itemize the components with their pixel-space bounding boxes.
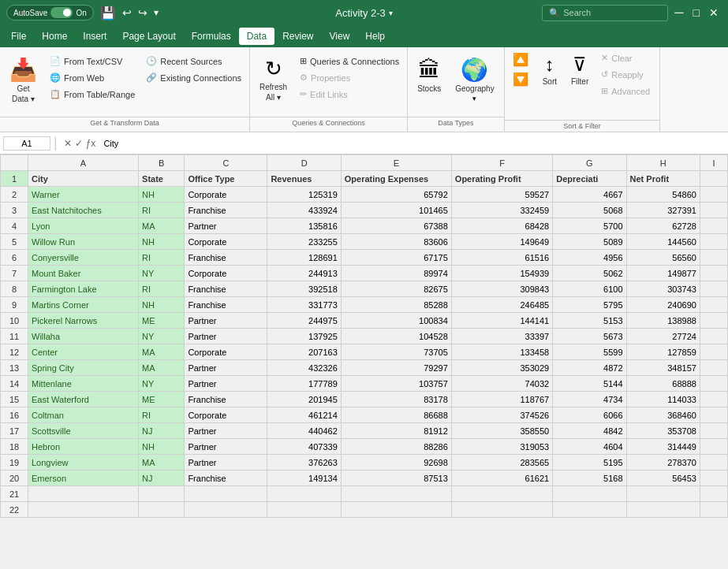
cell-r20c7[interactable]: 56453 (626, 470, 700, 486)
empty-cell-r21c3[interactable] (267, 486, 341, 502)
empty-cell-r22c7[interactable] (626, 502, 700, 518)
cell-r14c1[interactable]: NY (139, 376, 185, 392)
col-header-h[interactable]: H (626, 155, 700, 171)
cell-r7c3[interactable]: 244913 (267, 266, 341, 281)
formula-input[interactable] (102, 137, 725, 150)
cell-i-11[interactable] (700, 329, 727, 344)
cell-r15c1[interactable]: ME (139, 392, 185, 407)
cell-i-19[interactable] (700, 455, 727, 470)
empty-cell-r21c7[interactable] (626, 486, 700, 502)
cell-r19c6[interactable]: 5195 (553, 455, 626, 470)
cell-r5c3[interactable]: 233255 (267, 234, 341, 250)
cell-r16c1[interactable]: RI (139, 407, 185, 423)
clear-button[interactable]: ✕ Clear (596, 50, 655, 65)
scroll-area[interactable]: A B C D E F G H I 1CityStateOffice TypeR… (0, 154, 728, 569)
row-num-9[interactable]: 9 (1, 297, 28, 313)
menu-page-layout[interactable]: Page Layout (114, 28, 183, 45)
cell-i-14[interactable] (700, 376, 727, 392)
cell-r5c6[interactable]: 5089 (553, 234, 626, 250)
cell-r16c6[interactable]: 6066 (553, 407, 626, 423)
cell-r16c3[interactable]: 461214 (267, 407, 341, 423)
cell-r7c2[interactable]: Corporate (185, 266, 267, 281)
row-num-8[interactable]: 8 (1, 281, 28, 297)
cell-r10c4[interactable]: 100834 (341, 313, 451, 329)
cell-r17c3[interactable]: 440462 (267, 423, 341, 439)
empty-cell-r21c1[interactable] (139, 486, 185, 502)
cell-r10c7[interactable]: 138988 (626, 313, 700, 329)
cell-r7c7[interactable]: 149877 (626, 266, 700, 281)
cell-r6c7[interactable]: 56560 (626, 250, 700, 266)
cell-i-13[interactable] (700, 360, 727, 376)
cell-r5c5[interactable]: 149649 (451, 234, 552, 250)
cell-r13c2[interactable]: Partner (185, 360, 267, 376)
cell-r4c4[interactable]: 67388 (341, 218, 451, 234)
cell-r19c3[interactable]: 376263 (267, 455, 341, 470)
cell-r17c0[interactable]: Scottsville (28, 423, 139, 439)
cell-r12c2[interactable]: Corporate (185, 344, 267, 360)
cell-r16c0[interactable]: Coltman (28, 407, 139, 423)
row-num-3[interactable]: 3 (1, 203, 28, 218)
cell-i-5[interactable] (700, 234, 727, 250)
search-box[interactable]: 🔍 (542, 5, 668, 21)
cell-r8c2[interactable]: Franchise (185, 281, 267, 297)
header-cell-4[interactable]: Operating Expenses (341, 171, 451, 187)
empty-cell-r21c5[interactable] (451, 486, 552, 502)
cell-r10c6[interactable]: 5153 (553, 313, 626, 329)
cell-r13c0[interactable]: Spring City (28, 360, 139, 376)
menu-file[interactable]: File (3, 28, 34, 45)
cell-i-8[interactable] (700, 281, 727, 297)
row-num-5[interactable]: 5 (1, 234, 28, 250)
cell-r3c4[interactable]: 101465 (341, 203, 451, 218)
cell-r2c2[interactable]: Corporate (185, 187, 267, 203)
cell-r20c6[interactable]: 5168 (553, 470, 626, 486)
cell-r20c3[interactable]: 149134 (267, 470, 341, 486)
cell-r20c4[interactable]: 87513 (341, 470, 451, 486)
cell-r14c5[interactable]: 74032 (451, 376, 552, 392)
cell-r6c3[interactable]: 128691 (267, 250, 341, 266)
properties-button[interactable]: ⚙ Properties (295, 70, 355, 85)
cell-r16c4[interactable]: 86688 (341, 407, 451, 423)
cell-r12c3[interactable]: 207163 (267, 344, 341, 360)
cell-r5c0[interactable]: Willow Run (28, 234, 139, 250)
cell-r7c1[interactable]: NY (139, 266, 185, 281)
empty-cell-r21c0[interactable] (28, 486, 139, 502)
cell-r14c0[interactable]: Mittenlane (28, 376, 139, 392)
cell-r2c1[interactable]: NH (139, 187, 185, 203)
cell-r17c5[interactable]: 358550 (451, 423, 552, 439)
cell-r12c4[interactable]: 73705 (341, 344, 451, 360)
empty-cell-r21c2[interactable] (185, 486, 267, 502)
cell-i-10[interactable] (700, 313, 727, 329)
minimize-icon[interactable]: ─ (671, 6, 686, 20)
menu-home[interactable]: Home (34, 28, 75, 45)
cell-r6c2[interactable]: Franchise (185, 250, 267, 266)
cell-r17c6[interactable]: 4842 (553, 423, 626, 439)
cell-r10c5[interactable]: 144141 (451, 313, 552, 329)
get-data-button[interactable]: 📥 Get Data ▾ (3, 54, 43, 106)
cell-r4c0[interactable]: Lyon (28, 218, 139, 234)
autosave-control[interactable]: AutoSave On (6, 5, 94, 20)
cell-r15c3[interactable]: 201945 (267, 392, 341, 407)
cell-r3c3[interactable]: 433924 (267, 203, 341, 218)
cell-r2c6[interactable]: 4667 (553, 187, 626, 203)
cell-r3c0[interactable]: East Natchitoches (28, 203, 139, 218)
cell-r19c1[interactable]: MA (139, 455, 185, 470)
save-icon[interactable]: 💾 (100, 6, 116, 20)
cell-r9c7[interactable]: 240690 (626, 297, 700, 313)
row-num-12[interactable]: 12 (1, 344, 28, 360)
cell-r4c5[interactable]: 68428 (451, 218, 552, 234)
header-cell-5[interactable]: Operating Profit (451, 171, 552, 187)
cell-r13c1[interactable]: MA (139, 360, 185, 376)
cell-r12c7[interactable]: 127859 (626, 344, 700, 360)
cell-r7c4[interactable]: 89974 (341, 266, 451, 281)
cell-r3c2[interactable]: Franchise (185, 203, 267, 218)
advanced-button[interactable]: ⊞ Advanced (596, 84, 655, 99)
row-num-18[interactable]: 18 (1, 439, 28, 455)
cell-r11c3[interactable]: 137925 (267, 329, 341, 344)
menu-formulas[interactable]: Formulas (184, 28, 239, 45)
cell-i-2[interactable] (700, 187, 727, 203)
cell-r11c6[interactable]: 5673 (553, 329, 626, 344)
confirm-formula-icon[interactable]: ✓ (75, 138, 83, 149)
cell-r4c3[interactable]: 135816 (267, 218, 341, 234)
edit-links-button[interactable]: ✏ Edit Links (295, 87, 353, 102)
cell-i-9[interactable] (700, 297, 727, 313)
